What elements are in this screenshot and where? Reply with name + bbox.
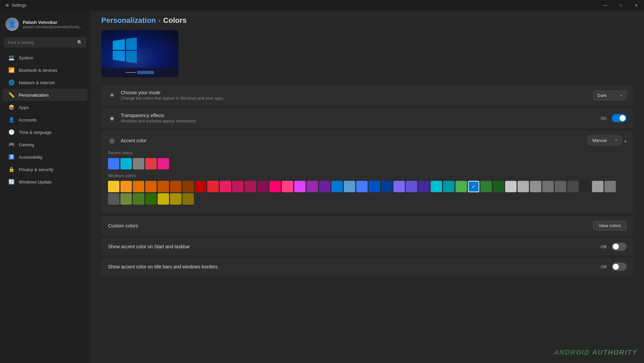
accent-color-section: ◎ Accent color Manual ▾ ▴ Recent colors bbox=[101, 131, 633, 213]
search-box[interactable]: 🔍 bbox=[4, 38, 86, 47]
windows-color-swatch[interactable] bbox=[555, 181, 566, 192]
windows-color-swatch[interactable] bbox=[158, 193, 169, 205]
windows-color-swatch[interactable] bbox=[493, 181, 504, 192]
windows-color-swatch[interactable] bbox=[269, 181, 281, 192]
windows-color-swatch[interactable] bbox=[145, 181, 157, 192]
windows-color-swatch[interactable] bbox=[182, 193, 194, 205]
windows-color-swatch[interactable] bbox=[567, 181, 579, 192]
windows-color-swatch[interactable] bbox=[530, 181, 541, 192]
chevron-down-icon: ▾ bbox=[620, 93, 622, 98]
windows-color-swatch[interactable] bbox=[443, 181, 454, 192]
windows-color-swatch[interactable] bbox=[369, 181, 380, 192]
mode-dropdown[interactable]: Dark ▾ bbox=[593, 91, 627, 100]
windows-color-swatch[interactable] bbox=[232, 181, 244, 192]
windows-color-swatch[interactable] bbox=[344, 181, 355, 192]
windows-color-swatch[interactable] bbox=[170, 181, 181, 192]
windows-color-swatch[interactable] bbox=[518, 181, 529, 192]
recent-color-swatch[interactable] bbox=[133, 158, 144, 169]
close-button[interactable]: ✕ bbox=[629, 0, 644, 11]
sidebar-item-label: Privacy & security bbox=[19, 167, 53, 172]
windows-color-swatch[interactable] bbox=[505, 181, 517, 192]
chevron-up-icon[interactable]: ▴ bbox=[624, 138, 627, 143]
windows-color-swatch[interactable] bbox=[468, 181, 479, 192]
windows-color-swatch[interactable] bbox=[406, 181, 417, 192]
windows-color-swatch[interactable] bbox=[455, 181, 467, 192]
recent-color-swatch[interactable] bbox=[108, 158, 119, 169]
windows-color-swatch[interactable] bbox=[431, 181, 442, 192]
sidebar-item-bluetooth[interactable]: 📶 Bluetooth & devices bbox=[3, 64, 88, 76]
sidebar-item-accounts[interactable]: 👤 Accounts bbox=[3, 114, 88, 126]
sidebar-item-update[interactable]: 🔄 Windows Update bbox=[3, 176, 88, 188]
windows-color-swatch[interactable] bbox=[120, 193, 132, 205]
sidebar-item-system[interactable]: 💻 System bbox=[3, 52, 88, 64]
wallpaper-preview bbox=[101, 30, 178, 77]
accent-title-area: ◎ Accent color bbox=[108, 137, 147, 144]
sidebar-item-network[interactable]: 🌐 Network & internet bbox=[3, 76, 88, 89]
windows-color-swatch[interactable] bbox=[133, 193, 144, 205]
windows-color-swatch[interactable] bbox=[158, 181, 169, 192]
windows-color-swatch[interactable] bbox=[592, 181, 603, 192]
accent-mode-dropdown[interactable]: Manual ▾ bbox=[588, 136, 622, 145]
windows-color-swatch[interactable] bbox=[604, 181, 616, 192]
windows-color-swatch[interactable] bbox=[282, 181, 293, 192]
windows-color-swatch[interactable] bbox=[120, 181, 132, 192]
sidebar-item-privacy[interactable]: 🔒 Privacy & security bbox=[3, 163, 88, 175]
windows-color-swatch[interactable] bbox=[220, 181, 231, 192]
choose-mode-row: ☀ Choose your mode Change the colors tha… bbox=[101, 85, 633, 105]
windows-color-swatch[interactable] bbox=[207, 181, 219, 192]
windows-color-swatch[interactable] bbox=[331, 181, 343, 192]
content-area: ☀ Choose your mode Change the colors tha… bbox=[91, 28, 644, 289]
show-accent-start-toggle[interactable] bbox=[612, 243, 627, 251]
windows-color-swatch[interactable] bbox=[356, 181, 368, 192]
windows-color-swatch[interactable] bbox=[307, 181, 318, 192]
windows-color-swatch[interactable] bbox=[294, 181, 306, 192]
windows-color-swatch[interactable] bbox=[145, 193, 157, 205]
view-colors-button[interactable]: View colors bbox=[593, 221, 627, 230]
windows-color-swatch[interactable] bbox=[195, 181, 206, 192]
search-input[interactable] bbox=[8, 40, 74, 45]
personalization-icon: ✏️ bbox=[8, 92, 15, 98]
show-accent-title-toggle[interactable] bbox=[612, 263, 627, 271]
windows-color-swatch[interactable] bbox=[245, 181, 256, 192]
windows-color-swatch[interactable] bbox=[418, 181, 430, 192]
breadcrumb-parent[interactable]: Personalization bbox=[101, 16, 156, 25]
recent-color-swatch[interactable] bbox=[120, 158, 132, 169]
windows-color-swatch[interactable] bbox=[182, 181, 194, 192]
windows-color-swatch[interactable] bbox=[480, 181, 492, 192]
windows-color-swatch[interactable] bbox=[133, 181, 144, 192]
title-bar-title: Settings bbox=[12, 3, 26, 8]
sidebar-item-gaming[interactable]: 🎮 Gaming bbox=[3, 139, 88, 151]
sidebar-item-time[interactable]: 🕐 Time & language bbox=[3, 126, 88, 138]
maximize-button[interactable]: □ bbox=[613, 0, 629, 11]
accent-icon: ◎ bbox=[108, 137, 116, 144]
windows-color-swatch[interactable] bbox=[257, 181, 268, 192]
user-email: palash.volvoikar@androidauthority... bbox=[23, 25, 82, 29]
recent-color-swatch[interactable] bbox=[158, 158, 169, 169]
show-accent-start-label: Show accent color on Start and taskbar bbox=[108, 244, 190, 249]
windows-color-swatch[interactable] bbox=[319, 181, 330, 192]
windows-color-swatch[interactable] bbox=[170, 193, 181, 205]
windows-color-swatch[interactable] bbox=[542, 181, 554, 192]
sidebar-item-accessibility[interactable]: ♿ Accessibility bbox=[3, 151, 88, 163]
transparency-toggle[interactable] bbox=[612, 114, 627, 122]
windows-color-swatch[interactable] bbox=[381, 181, 392, 192]
windows-color-swatch[interactable] bbox=[108, 181, 119, 192]
sidebar-item-personalization[interactable]: ✏️ Personalization bbox=[3, 89, 88, 101]
recent-color-swatch[interactable] bbox=[145, 158, 157, 169]
show-accent-title-toggle-label: Off bbox=[601, 264, 606, 269]
windows-color-swatch[interactable] bbox=[580, 181, 591, 192]
show-accent-title-row: Show accent color on title bars and wind… bbox=[101, 258, 633, 275]
windows-colors-label: Windows colors bbox=[108, 173, 627, 178]
sidebar-item-label: Time & language bbox=[19, 130, 52, 135]
bluetooth-icon: 📶 bbox=[8, 67, 15, 73]
windows-color-swatch[interactable] bbox=[108, 193, 119, 205]
search-icon: 🔍 bbox=[77, 40, 83, 45]
accent-controls: Manual ▾ ▴ bbox=[588, 136, 627, 145]
windows-color-swatch[interactable] bbox=[393, 181, 405, 192]
user-profile[interactable]: 👤 Palash Volvoikar palash.volvoikar@andr… bbox=[0, 13, 90, 36]
sidebar-item-label: Accounts bbox=[19, 117, 37, 122]
window-controls: — □ ✕ bbox=[598, 0, 644, 11]
sidebar-item-apps[interactable]: 📦 Apps bbox=[3, 101, 88, 113]
sidebar-item-label: System bbox=[19, 55, 33, 60]
minimize-button[interactable]: — bbox=[598, 0, 613, 11]
